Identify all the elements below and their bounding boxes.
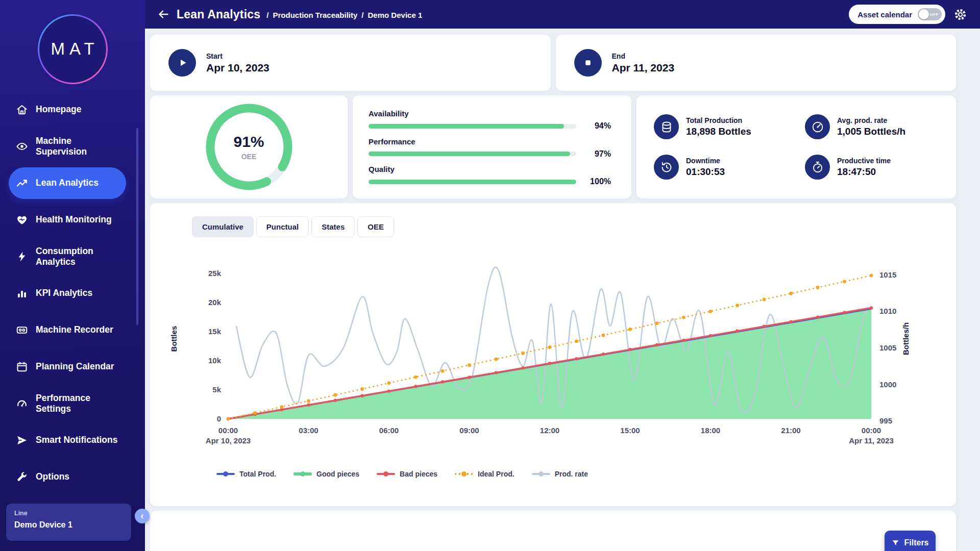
svg-text:5k: 5k [212, 385, 221, 394]
oee-value: 91% [233, 133, 264, 151]
stat-label: Avg. prod. rate [837, 116, 905, 124]
breadcrumb-demo-device[interactable]: Demo Device 1 [368, 11, 423, 19]
asset-calendar-toggle[interactable]: OFF [918, 8, 942, 20]
svg-text:Bottles: Bottles [169, 326, 178, 352]
tab-cumulative[interactable]: Cumulative [192, 216, 254, 237]
breadcrumb-separator: / [266, 11, 268, 19]
tab-states[interactable]: States [311, 216, 355, 237]
logo-ring: MAT [38, 14, 108, 84]
legend-good-pieces[interactable]: Good pieces [293, 470, 359, 478]
sidebar-item-kpi-analytics[interactable]: KPI Analytics [9, 278, 126, 309]
recorder-icon [16, 324, 28, 336]
stopwatch-icon [805, 155, 830, 180]
svg-text:15k: 15k [208, 327, 222, 336]
sidebar-item-label: Machine Recorder [36, 324, 118, 335]
end-date: Apr 11, 2023 [612, 62, 675, 74]
legend-total-prod[interactable]: Total Prod. [216, 470, 276, 478]
legend-label: Prod. rate [555, 470, 588, 478]
svg-text:1015: 1015 [879, 270, 896, 279]
breadcrumb-production-traceability[interactable]: Production Traceability [273, 11, 357, 19]
svg-text:Apr 11, 2023: Apr 11, 2023 [849, 436, 894, 445]
svg-text:Apr 10, 2023: Apr 10, 2023 [206, 436, 251, 445]
sidebar-item-label: Options [36, 471, 118, 482]
svg-text:20k: 20k [208, 298, 222, 307]
metric-value: 97% [584, 149, 611, 159]
stat-label: Total Production [686, 116, 751, 124]
gear-icon[interactable] [953, 8, 967, 21]
app-window: MAT Homepage Machine Supervision Lean An… [0, 0, 980, 551]
calendar-icon [16, 361, 28, 373]
chart-card: Cumulative Punctual States OEE 05k10k15k… [150, 203, 956, 506]
sidebar-scrollbar[interactable] [136, 128, 138, 325]
legend-label: Good pieces [316, 470, 359, 478]
line-selector[interactable]: Line Demo Device 1 [6, 504, 131, 541]
metrics-card: Availability 94% Performance 97% Quality [353, 95, 631, 198]
chart-tabs: Cumulative Punctual States OEE [192, 216, 947, 237]
sidebar-nav: Homepage Machine Supervision Lean Analyt… [0, 87, 145, 493]
svg-text:03:00: 03:00 [299, 426, 318, 435]
metric-performance: Performance 97% [369, 137, 611, 159]
svg-text:1010: 1010 [879, 307, 896, 315]
legend-prod-rate[interactable]: Prod. rate [532, 470, 588, 478]
oee-gauge: 91% OEE [198, 96, 300, 198]
line-selector-value: Demo Device 1 [14, 520, 123, 530]
progress-fill [369, 124, 564, 129]
sidebar-item-label: Consumption Analytics [36, 246, 118, 268]
database-icon [654, 114, 679, 139]
stat-value: 1,005 Bottles/h [837, 126, 905, 137]
bar-chart-icon [16, 287, 28, 299]
header: Lean Analytics / Production Traceability… [145, 0, 980, 29]
svg-text:18:00: 18:00 [701, 426, 720, 435]
metric-availability: Availability 94% [369, 109, 611, 131]
legend-ideal-prod[interactable]: Ideal Prod. [455, 470, 514, 478]
breadcrumb: / Production Traceability / Demo Device … [266, 11, 422, 19]
tab-punctual[interactable]: Punctual [256, 216, 309, 237]
tab-oee[interactable]: OEE [357, 216, 394, 237]
end-label: End [612, 52, 675, 60]
svg-text:0: 0 [217, 414, 221, 423]
speedometer-icon [805, 114, 830, 139]
metric-label: Quality [369, 165, 611, 173]
start-label: Start [206, 52, 270, 60]
svg-text:25k: 25k [208, 269, 222, 278]
legend-swatch-ideal-prod [455, 473, 473, 475]
sidebar-item-planning-calendar[interactable]: Planning Calendar [9, 351, 126, 383]
sidebar-item-performance-settings[interactable]: Performance Settings [9, 388, 126, 419]
stat-value: 01:30:53 [686, 166, 725, 178]
end-card: End Apr 11, 2023 [556, 35, 957, 91]
sidebar-item-label: Machine Supervision [36, 136, 118, 158]
sidebar-item-machine-recorder[interactable]: Machine Recorder [9, 314, 126, 346]
legend-swatch-bad-pieces [377, 473, 395, 475]
stat-label: Productive time [837, 157, 891, 165]
sidebar-item-smart-notifications[interactable]: Smart Notifications [9, 424, 126, 456]
filters-button[interactable]: Filters [885, 531, 936, 551]
sidebar-item-health-monitoring[interactable]: Health Monitoring [9, 204, 126, 236]
start-card: Start Apr 10, 2023 [150, 35, 551, 91]
svg-text:09:00: 09:00 [459, 426, 479, 435]
sidebar-item-options[interactable]: Options [9, 461, 126, 493]
sidebar-item-consumption-analytics[interactable]: Consumption Analytics [9, 241, 126, 272]
logo-text: MAT [39, 16, 106, 83]
sidebar-item-label: Planning Calendar [36, 361, 118, 372]
sidebar-item-machine-supervision[interactable]: Machine Supervision [9, 131, 126, 162]
sidebar-item-label: Performance Settings [36, 393, 118, 415]
back-arrow-icon[interactable] [156, 7, 170, 21]
svg-text:15:00: 15:00 [620, 426, 640, 435]
svg-text:995: 995 [879, 416, 892, 425]
sidebar-item-homepage[interactable]: Homepage [9, 94, 126, 126]
metric-label: Availability [369, 109, 611, 118]
progress-track [369, 152, 576, 156]
stat-value: 18,898 Bottles [686, 126, 751, 137]
stat-avg-prod-rate: Avg. prod. rate 1,005 Bottles/h [805, 114, 951, 139]
period-row: Start Apr 10, 2023 End Apr 11, 2023 [150, 35, 956, 91]
sidebar-item-lean-analytics[interactable]: Lean Analytics [9, 167, 126, 199]
legend-label: Total Prod. [239, 470, 276, 478]
legend-bad-pieces[interactable]: Bad pieces [377, 470, 437, 478]
sidebar-item-label: Lean Analytics [36, 178, 118, 188]
sidebar-collapse-button[interactable]: ‹ [135, 509, 150, 523]
oee-gauge-card: 91% OEE [150, 95, 348, 198]
filters-button-label: Filters [904, 538, 928, 547]
svg-text:Bottles/h: Bottles/h [901, 322, 910, 355]
svg-text:21:00: 21:00 [781, 426, 800, 435]
history-clock-icon [654, 155, 679, 180]
